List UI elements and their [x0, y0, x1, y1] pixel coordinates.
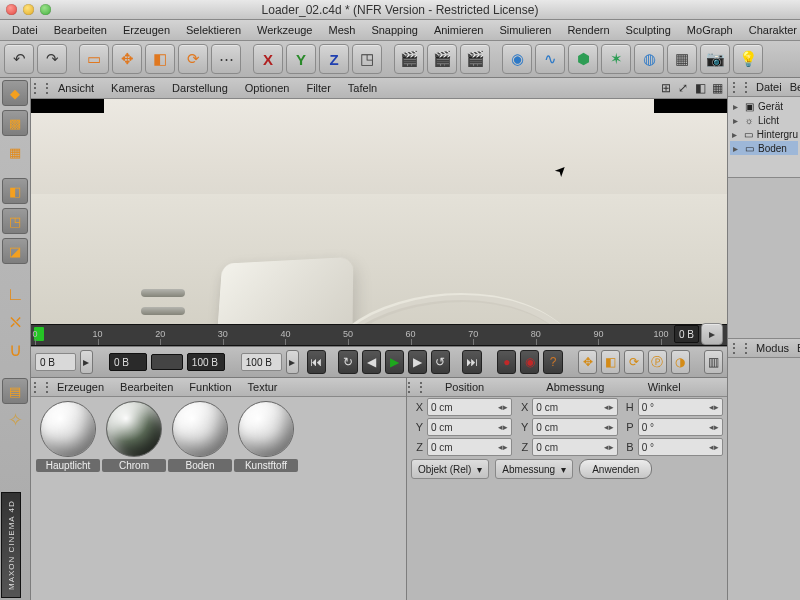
coord-pos-Y[interactable]: 0 cm◂▸ [427, 418, 512, 436]
menu-charakter[interactable]: Charakter [741, 22, 800, 38]
goto-end-button[interactable]: ⏭ [462, 350, 481, 374]
material-boden[interactable]: Boden [167, 401, 233, 472]
disclosure-icon[interactable]: ▸ [730, 143, 740, 154]
viewport-util-icon-0[interactable]: ⊞ [658, 80, 674, 96]
coord-pos-X[interactable]: 0 cm◂▸ [427, 398, 512, 416]
coord-grip-icon[interactable]: ⋮⋮ [407, 379, 423, 395]
lock-y-axis[interactable]: Y [286, 44, 316, 74]
material-chrom[interactable]: Chrom [101, 401, 167, 472]
undo-button[interactable]: ↶ [4, 44, 34, 74]
range-slider[interactable] [151, 354, 183, 370]
coord-size-Z[interactable]: 0 cm◂▸ [532, 438, 617, 456]
viewport-util-icon-1[interactable]: ⤢ [675, 80, 691, 96]
menu-sculpting[interactable]: Sculpting [618, 22, 679, 38]
material-tab-funktion[interactable]: Funktion [181, 380, 239, 394]
menu-erzeugen[interactable]: Erzeugen [115, 22, 178, 38]
play-button[interactable]: ▶ [385, 350, 404, 374]
coord-ang-H[interactable]: 0 °◂▸ [638, 398, 723, 416]
redo-button[interactable]: ↷ [37, 44, 67, 74]
add-environment[interactable]: ▦ [667, 44, 697, 74]
keyframe-help-button[interactable]: ? [543, 350, 562, 374]
viewtab-darstellung[interactable]: Darstellung [164, 80, 236, 96]
minimize-window-button[interactable] [23, 4, 34, 15]
object-licht[interactable]: ▸☼Licht [730, 113, 798, 127]
cycle-button[interactable]: ↺ [431, 350, 450, 374]
menu-werkzeuge[interactable]: Werkzeuge [249, 22, 320, 38]
object-boden[interactable]: ▸▭Boden [730, 141, 798, 155]
stepper-icon[interactable]: ◂▸ [498, 402, 508, 412]
stepper-icon[interactable]: ◂▸ [709, 402, 719, 412]
viewport-render-preview[interactable]: ➤ [31, 99, 727, 324]
menu-mograph[interactable]: MoGraph [679, 22, 741, 38]
poly-mode-icon[interactable]: ◪ [2, 238, 28, 264]
menu-bearbeiten[interactable]: Bearbeiten [46, 22, 115, 38]
timeline-layout-button[interactable]: ▥ [704, 350, 723, 374]
coord-size-Y[interactable]: 0 cm◂▸ [532, 418, 617, 436]
lock-z-axis[interactable]: Z [319, 44, 349, 74]
disclosure-icon[interactable]: ▸ [730, 129, 739, 140]
make-editable-icon[interactable]: ◆ [2, 80, 28, 106]
add-nurbs[interactable]: ✶ [601, 44, 631, 74]
timeline-end-stepper[interactable]: ▸ [701, 323, 723, 345]
render-settings[interactable]: 🎬 [460, 44, 490, 74]
lock-x-axis[interactable]: X [253, 44, 283, 74]
viewtab-filter[interactable]: Filter [298, 80, 338, 96]
menu-snapping[interactable]: Snapping [363, 22, 426, 38]
coord-size-X[interactable]: 0 cm◂▸ [532, 398, 617, 416]
viewtab-kameras[interactable]: Kameras [103, 80, 163, 96]
move-tool[interactable]: ✥ [112, 44, 142, 74]
record-key-button[interactable]: ● [497, 350, 516, 374]
add-light[interactable]: 💡 [733, 44, 763, 74]
material-grid[interactable]: HauptlichtChromBodenKunstftoff [31, 397, 406, 600]
add-generator[interactable]: ⬢ [568, 44, 598, 74]
key-pos-toggle[interactable]: ✥ [578, 350, 597, 374]
material-tab-erzeugen[interactable]: Erzeugen [49, 380, 112, 394]
stepper-icon[interactable]: ◂▸ [604, 422, 614, 432]
object-tree[interactable]: ▸▣Gerät▸☼Licht▸▭Hintergru▸▭Boden [728, 97, 800, 178]
edge-mode-icon[interactable]: ◳ [2, 208, 28, 234]
stepper-icon[interactable]: ◂▸ [498, 442, 508, 452]
viewport-util-icon-3[interactable]: ▦ [709, 80, 725, 96]
menu-rendern[interactable]: Rendern [559, 22, 617, 38]
render-region[interactable]: 🎬 [427, 44, 457, 74]
disclosure-icon[interactable]: ▸ [730, 101, 740, 112]
menu-selektieren[interactable]: Selektieren [178, 22, 249, 38]
key-param-toggle[interactable]: Ⓟ [648, 350, 667, 374]
coord-object-mode-dropdown[interactable]: Objekt (Rel)▾ [411, 459, 489, 479]
point-mode-icon[interactable]: ◧ [2, 178, 28, 204]
key-rot-toggle[interactable]: ⟳ [624, 350, 643, 374]
step-back-button[interactable]: ◀ [362, 350, 381, 374]
slider-end[interactable]: 100 B [187, 353, 225, 371]
rotate-tool[interactable]: ⟳ [178, 44, 208, 74]
menu-simulieren[interactable]: Simulieren [491, 22, 559, 38]
goto-start-button[interactable]: ⏮ [307, 350, 326, 374]
objmgr-tab-datei[interactable]: Datei [756, 81, 782, 93]
viewport-grip-icon[interactable]: ⋮⋮ [33, 80, 49, 96]
range-start-stepper[interactable]: ▸ [80, 350, 93, 374]
workplane-icon[interactable]: ▤ [2, 378, 28, 404]
object-gerät[interactable]: ▸▣Gerät [730, 99, 798, 113]
timeline-ruler[interactable]: 0 B ▸ 0102030405060708090100 [31, 324, 727, 346]
key-scale-toggle[interactable]: ◧ [601, 350, 620, 374]
attr-grip-icon[interactable]: ⋮⋮ [732, 340, 748, 356]
stepper-icon[interactable]: ◂▸ [604, 402, 614, 412]
stepper-icon[interactable]: ◂▸ [709, 442, 719, 452]
model-mode-icon[interactable]: ▩ [2, 110, 28, 136]
attribute-manager-body[interactable] [728, 358, 800, 600]
material-tab-textur[interactable]: Textur [240, 380, 286, 394]
add-camera[interactable]: 📷 [700, 44, 730, 74]
viewtab-tafeln[interactable]: Tafeln [340, 80, 385, 96]
add-primitive[interactable]: ◉ [502, 44, 532, 74]
material-tab-bearbeiten[interactable]: Bearbeiten [112, 380, 181, 394]
coord-ang-P[interactable]: 0 °◂▸ [638, 418, 723, 436]
disclosure-icon[interactable]: ▸ [730, 115, 740, 126]
material-grip-icon[interactable]: ⋮⋮ [33, 379, 49, 395]
magnet-icon[interactable]: ∪ [3, 338, 27, 362]
object-hintergru[interactable]: ▸▭Hintergru [730, 127, 798, 141]
viewtab-ansicht[interactable]: Ansicht [50, 80, 102, 96]
coord-ang-B[interactable]: 0 °◂▸ [638, 438, 723, 456]
menu-mesh[interactable]: Mesh [320, 22, 363, 38]
slider-start[interactable]: 0 B [109, 353, 147, 371]
add-deformer[interactable]: ◍ [634, 44, 664, 74]
coord-size-mode-dropdown[interactable]: Abmessung▾ [495, 459, 573, 479]
